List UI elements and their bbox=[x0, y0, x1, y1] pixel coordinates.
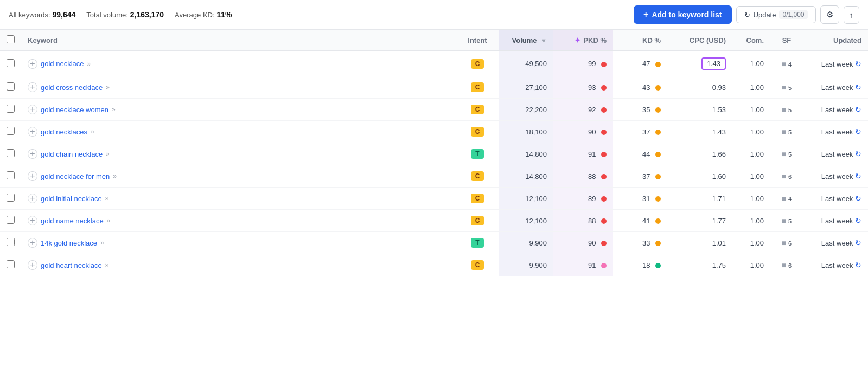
pkd-cell: 91 bbox=[553, 254, 613, 276]
row-checkbox-cell[interactable] bbox=[0, 165, 21, 188]
refresh-row-icon[interactable]: ↻ bbox=[855, 150, 861, 158]
volume-cell: 14,800 bbox=[499, 165, 553, 188]
refresh-row-icon[interactable]: ↻ bbox=[855, 105, 861, 114]
row-checkbox-cell[interactable] bbox=[0, 232, 21, 254]
add-keyword-icon[interactable]: + bbox=[28, 194, 37, 203]
row-checkbox-cell[interactable] bbox=[0, 99, 21, 121]
volume-header[interactable]: Volume ▼ bbox=[499, 30, 553, 51]
add-keyword-icon[interactable]: + bbox=[28, 127, 37, 137]
updated-value: Last week bbox=[821, 150, 853, 158]
row-checkbox-cell[interactable] bbox=[0, 188, 21, 210]
row-checkbox[interactable] bbox=[7, 216, 15, 224]
pkd-header[interactable]: ✦ PKD % bbox=[553, 30, 613, 51]
volume-value: 9,900 bbox=[529, 239, 547, 247]
kd-cell: 44 bbox=[613, 143, 667, 165]
table-row: + gold necklaces » C 18,100 90 37 1.43 1… bbox=[0, 121, 868, 143]
row-checkbox-cell[interactable] bbox=[0, 143, 21, 165]
keyword-cell: + gold necklace women » bbox=[21, 99, 456, 121]
add-keyword-icon[interactable]: + bbox=[28, 260, 37, 270]
updated-cell: Last week ↻ bbox=[803, 76, 868, 99]
kd-header[interactable]: KD % bbox=[613, 30, 667, 51]
add-keyword-icon[interactable]: + bbox=[28, 216, 37, 225]
com-header[interactable]: Com. bbox=[732, 30, 770, 51]
add-keyword-icon[interactable]: + bbox=[28, 105, 37, 114]
refresh-row-icon[interactable]: ↻ bbox=[855, 172, 861, 180]
cpc-value: 1.71 bbox=[712, 195, 726, 203]
add-keyword-icon[interactable]: + bbox=[28, 238, 37, 248]
keyword-link[interactable]: + gold heart necklace » bbox=[28, 260, 449, 270]
volume-value: 12,100 bbox=[525, 217, 547, 225]
row-checkbox[interactable] bbox=[7, 171, 15, 179]
pkd-cell: 91 bbox=[553, 143, 613, 165]
keyword-link[interactable]: + 14k gold necklace » bbox=[28, 238, 449, 248]
pkd-cell: 89 bbox=[553, 188, 613, 210]
pkd-dot bbox=[601, 174, 607, 179]
com-value: 1.00 bbox=[750, 239, 764, 247]
add-keyword-icon[interactable]: + bbox=[28, 149, 37, 159]
cpc-header[interactable]: CPC (USD) bbox=[667, 30, 732, 51]
com-value: 1.00 bbox=[750, 60, 764, 68]
row-checkbox[interactable] bbox=[7, 127, 15, 135]
row-checkbox-cell[interactable] bbox=[0, 76, 21, 99]
export-button[interactable]: ↑ bbox=[844, 6, 860, 24]
cpc-value: 1.75 bbox=[712, 261, 726, 269]
cpc-cell: 1.60 bbox=[667, 165, 732, 188]
updated-cell: Last week ↻ bbox=[803, 143, 868, 165]
kd-dot bbox=[655, 218, 661, 224]
kd-cell: 18 bbox=[613, 254, 667, 276]
kd-dot bbox=[655, 62, 661, 67]
keyword-link[interactable]: + gold chain necklace » bbox=[28, 149, 449, 159]
add-keyword-icon[interactable]: + bbox=[28, 171, 37, 181]
cpc-value: 1.77 bbox=[712, 217, 726, 225]
volume-cell: 9,900 bbox=[499, 232, 553, 254]
add-to-keyword-list-button[interactable]: + Add to keyword list bbox=[634, 5, 731, 24]
settings-button[interactable]: ⚙ bbox=[820, 5, 839, 24]
com-value: 1.00 bbox=[750, 150, 764, 158]
row-checkbox-cell[interactable] bbox=[0, 51, 21, 76]
refresh-row-icon[interactable]: ↻ bbox=[855, 127, 861, 136]
row-checkbox[interactable] bbox=[7, 105, 15, 113]
refresh-row-icon[interactable]: ↻ bbox=[855, 216, 861, 225]
add-keyword-icon[interactable]: + bbox=[28, 59, 37, 69]
pkd-dot bbox=[601, 263, 607, 268]
com-value: 1.00 bbox=[750, 172, 764, 180]
refresh-row-icon[interactable]: ↻ bbox=[855, 60, 861, 68]
updated-value: Last week bbox=[821, 83, 853, 92]
sf-icon: ■ bbox=[782, 172, 786, 180]
row-checkbox[interactable] bbox=[7, 59, 15, 67]
update-button[interactable]: ↻ Update 0/1,000 bbox=[736, 6, 816, 23]
updated-value: Last week bbox=[821, 195, 853, 203]
row-checkbox[interactable] bbox=[7, 260, 15, 268]
updated-value: Last week bbox=[821, 217, 853, 225]
add-keyword-icon[interactable]: + bbox=[28, 82, 37, 92]
row-checkbox[interactable] bbox=[7, 82, 15, 91]
cpc-cell: 1.77 bbox=[667, 210, 732, 232]
keyword-link[interactable]: + gold necklace » bbox=[28, 59, 449, 69]
sf-cell: ■ 5 bbox=[770, 210, 803, 232]
row-checkbox[interactable] bbox=[7, 149, 15, 157]
row-checkbox-cell[interactable] bbox=[0, 121, 21, 143]
row-checkbox-cell[interactable] bbox=[0, 210, 21, 232]
select-all-checkbox[interactable] bbox=[7, 35, 15, 43]
row-checkbox-cell[interactable] bbox=[0, 254, 21, 276]
row-checkbox[interactable] bbox=[7, 194, 15, 202]
keyword-link[interactable]: + gold name necklace » bbox=[28, 216, 449, 225]
refresh-row-icon[interactable]: ↻ bbox=[855, 238, 861, 247]
refresh-row-icon[interactable]: ↻ bbox=[855, 261, 861, 269]
select-all-checkbox-header[interactable] bbox=[0, 30, 21, 51]
keyword-link[interactable]: + gold initial necklace » bbox=[28, 194, 449, 203]
intent-badge: C bbox=[471, 127, 484, 137]
kd-value: 18 bbox=[642, 261, 650, 269]
refresh-row-icon[interactable]: ↻ bbox=[855, 83, 861, 92]
sf-header[interactable]: SF bbox=[770, 30, 803, 51]
row-checkbox[interactable] bbox=[7, 238, 15, 246]
keyword-link[interactable]: + gold necklace women » bbox=[28, 105, 449, 114]
volume-cell: 49,500 bbox=[499, 51, 553, 76]
keyword-link[interactable]: + gold necklace for men » bbox=[28, 171, 449, 181]
volume-value: 12,100 bbox=[525, 195, 547, 203]
sf-cell: ■ 5 bbox=[770, 99, 803, 121]
keyword-link[interactable]: + gold necklaces » bbox=[28, 127, 449, 137]
keyword-link[interactable]: + gold cross necklace » bbox=[28, 82, 449, 92]
sf-cell: ■ 4 bbox=[770, 188, 803, 210]
refresh-row-icon[interactable]: ↻ bbox=[855, 194, 861, 203]
